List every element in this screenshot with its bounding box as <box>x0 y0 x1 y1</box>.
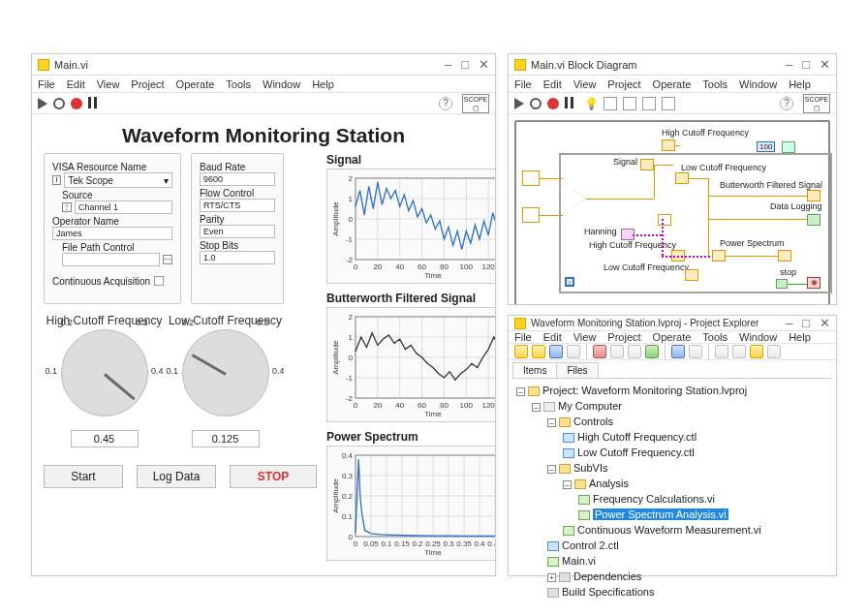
power-indicator[interactable] <box>778 250 791 262</box>
tree-controls[interactable]: –Controls High Cutoff Frequency.ctl Low … <box>547 414 828 460</box>
tree-vi-power[interactable]: Power Spectrum Analysis.vi <box>578 507 828 522</box>
pt-undo-icon[interactable] <box>715 345 728 358</box>
block-titlebar[interactable]: Main.vi Block Diagram –□✕ <box>509 54 836 76</box>
minimize-icon[interactable]: – <box>786 57 792 72</box>
source-field[interactable]: Channel 1 <box>75 200 172 214</box>
close-icon[interactable]: ✕ <box>820 57 830 72</box>
menu-file[interactable]: File <box>514 331 532 343</box>
timer-node[interactable] <box>782 141 795 153</box>
minimize-icon[interactable]: – <box>445 57 451 72</box>
datalog-node[interactable] <box>807 214 821 226</box>
baud-field[interactable]: 9600 <box>200 172 275 186</box>
abort-icon[interactable] <box>71 98 82 109</box>
constant-100[interactable]: 100 <box>757 141 775 152</box>
probe-icon[interactable] <box>604 97 617 110</box>
run-continuous-icon[interactable] <box>530 98 542 109</box>
menu-edit[interactable]: Edit <box>543 331 562 343</box>
menu-operate[interactable]: Operate <box>653 78 692 90</box>
block-diagram-canvas[interactable]: High Cutoff Frequency Signal Low Cutoff … <box>514 120 830 304</box>
fft-subvi[interactable] <box>658 214 671 226</box>
menu-edit[interactable]: Edit <box>543 78 562 90</box>
tree-vi-cwm[interactable]: Continuous Waveform Measurement.vi <box>563 522 828 538</box>
menu-view[interactable]: View <box>97 78 120 90</box>
close-icon[interactable]: ✕ <box>479 57 489 72</box>
menu-project[interactable]: Project <box>607 78 640 90</box>
filepath-field[interactable] <box>62 253 160 266</box>
flow-field[interactable]: RTS/CTS <box>200 199 275 212</box>
pt-redo-icon[interactable] <box>732 345 746 358</box>
power-term[interactable] <box>712 250 726 262</box>
menu-window[interactable]: Window <box>263 78 300 90</box>
pt-resolve-icon[interactable] <box>750 345 763 358</box>
tree-root[interactable]: –Project: Waveform Monitoring Station.lv… <box>516 383 828 600</box>
tab-items[interactable]: Items <box>512 362 557 378</box>
tree-analysis[interactable]: –Analysis Frequency Calculations.vi Powe… <box>563 476 828 522</box>
menu-tools[interactable]: Tools <box>702 331 728 343</box>
pt-cut-icon[interactable] <box>593 345 606 358</box>
step-over-icon[interactable] <box>642 97 656 110</box>
pt-paste-icon[interactable] <box>628 345 641 358</box>
step-into-icon[interactable] <box>623 97 636 110</box>
pt-save-icon[interactable] <box>549 345 563 358</box>
stop-button[interactable]: STOP <box>230 465 317 488</box>
menu-tools[interactable]: Tools <box>702 78 728 90</box>
pt-new-icon[interactable] <box>514 345 528 358</box>
maximize-icon[interactable]: □ <box>802 57 810 72</box>
stopbits-field[interactable]: 1.0 <box>200 251 275 264</box>
abort-icon[interactable] <box>547 98 559 109</box>
visa-dropdown-icon[interactable]: I <box>52 175 61 185</box>
run-continuous-icon[interactable] <box>53 98 65 109</box>
pt-run-icon[interactable] <box>645 345 659 358</box>
config-terminal[interactable] <box>522 207 540 223</box>
pt-copy-icon[interactable] <box>610 345 624 358</box>
tree-control2[interactable]: Control 2.ctl <box>547 538 828 553</box>
menu-help[interactable]: Help <box>312 78 334 90</box>
menu-window[interactable]: Window <box>739 331 777 343</box>
pt-saveall-icon[interactable] <box>567 345 580 358</box>
visa-field[interactable]: Tek Scope▾ <box>64 172 172 188</box>
menu-edit[interactable]: Edit <box>67 78 85 90</box>
tree-deps[interactable]: +Dependencies <box>547 569 828 584</box>
menu-file[interactable]: File <box>38 78 55 90</box>
tree-vi-freq[interactable]: Frequency Calculations.vi <box>578 491 828 507</box>
tree-subvis[interactable]: –SubVIs –Analysis Frequency Calculations… <box>547 460 828 538</box>
menu-operate[interactable]: Operate <box>176 78 215 90</box>
knob-high-value[interactable]: 0.45 <box>71 430 139 447</box>
tree-ctl-high[interactable]: High Cutoff Frequency.ctl <box>563 429 828 445</box>
cont-acq-checkbox[interactable] <box>154 276 164 286</box>
tree-mainvi[interactable]: Main.vi <box>547 553 828 569</box>
menu-view[interactable]: View <box>573 331 597 343</box>
low-term1[interactable] <box>675 172 689 184</box>
signal-indicator[interactable] <box>640 159 654 170</box>
menu-project[interactable]: Project <box>131 78 164 90</box>
front-titlebar[interactable]: Main.vi – □ ✕ <box>32 54 495 76</box>
pt-find-icon[interactable] <box>671 345 685 358</box>
loop-stop-terminal[interactable]: ◉ <box>807 277 821 289</box>
tree-ctl-low[interactable]: Low Cutoff Frequency.ctl <box>563 445 828 460</box>
log-data-button[interactable]: Log Data <box>137 465 216 488</box>
menu-help[interactable]: Help <box>789 78 811 90</box>
tree-mycomputer[interactable]: –My Computer –Controls High Cutoff Frequ… <box>532 398 828 600</box>
help-icon[interactable]: ? <box>780 97 793 110</box>
step-out-icon[interactable] <box>662 97 675 110</box>
pt-refresh-icon[interactable] <box>767 345 781 358</box>
knob-low-value[interactable]: 0.125 <box>192 430 260 447</box>
operator-field[interactable]: James <box>52 227 172 240</box>
iteration-terminal[interactable]: i <box>565 277 574 287</box>
start-button[interactable]: Start <box>44 465 123 488</box>
menu-tools[interactable]: Tools <box>226 78 251 90</box>
browse-icon[interactable]: ⋯ <box>163 255 172 264</box>
source-dd-icon[interactable]: ⋮ <box>62 202 72 212</box>
maximize-icon[interactable]: □ <box>461 57 469 72</box>
pt-open-icon[interactable] <box>532 345 545 358</box>
visa-terminal[interactable] <box>522 170 540 186</box>
proj-titlebar[interactable]: Waveform Monitoring Station.lvproj - Pro… <box>509 316 836 331</box>
pt-filter-icon[interactable] <box>689 345 702 358</box>
menu-window[interactable]: Window <box>739 78 777 90</box>
parity-field[interactable]: Even <box>200 225 275 238</box>
menu-view[interactable]: View <box>573 78 597 90</box>
tab-files[interactable]: Files <box>556 362 598 378</box>
tree-build[interactable]: Build Specifications <box>547 584 828 600</box>
bfs-indicator[interactable] <box>807 190 821 201</box>
read-subvi[interactable] <box>573 190 586 207</box>
